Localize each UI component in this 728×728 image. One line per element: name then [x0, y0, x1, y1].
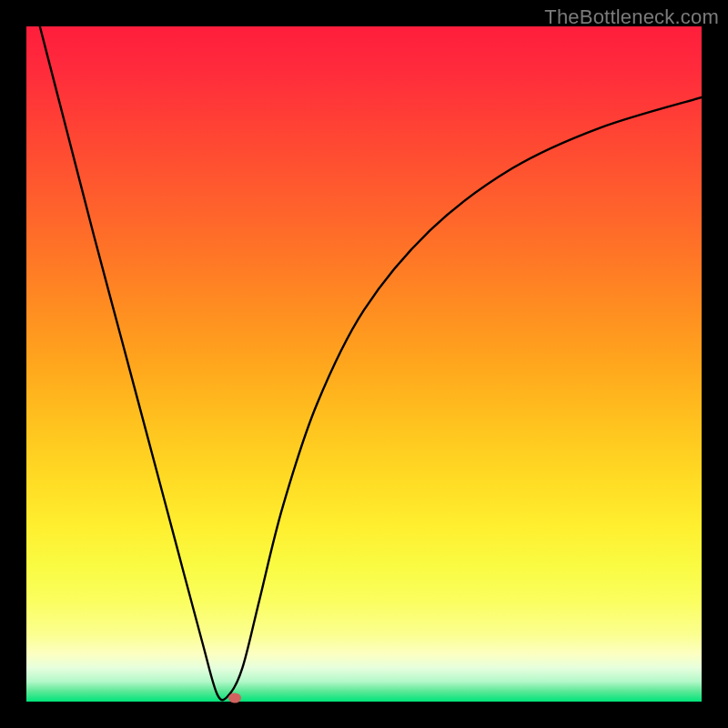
- chart-plot-area: [26, 26, 702, 702]
- optimal-point-marker: [228, 693, 241, 703]
- bottleneck-curve: [26, 26, 702, 702]
